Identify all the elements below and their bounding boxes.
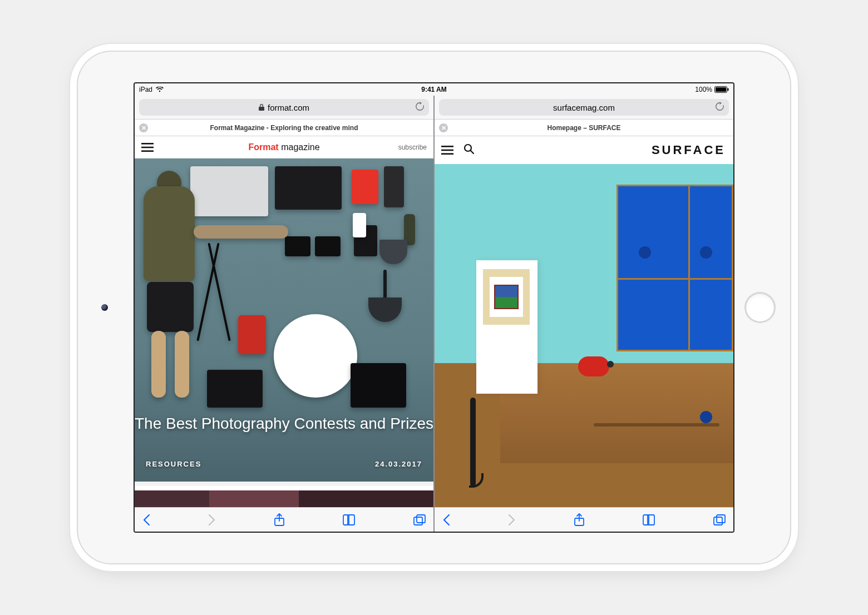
clock: 9:41 AM [421, 86, 447, 93]
brand-word-2: magazine [281, 142, 319, 152]
address-bar-row: format.com [135, 96, 433, 120]
svg-rect-11 [441, 153, 453, 155]
svg-rect-4 [141, 146, 154, 148]
next-article-peek[interactable] [135, 482, 433, 507]
tabs-button[interactable] [413, 514, 426, 525]
toolbar-left [135, 507, 433, 532]
home-button[interactable] [744, 292, 776, 323]
hero-article[interactable]: The Best Photography Contests and Prizes… [135, 158, 433, 482]
lock-icon [259, 104, 264, 111]
forward-button[interactable] [508, 514, 516, 526]
svg-rect-10 [441, 150, 453, 151]
hero-date: 24.03.2017 [375, 460, 422, 468]
site-brand-format[interactable]: Format magazine [248, 142, 319, 152]
close-pane-button[interactable]: ✕ [439, 123, 448, 132]
status-bar: iPad 9:41 AM 100% [135, 83, 733, 96]
hero-image-interior[interactable] [435, 164, 733, 507]
page-title: Format Magazine - Exploring the creative… [210, 124, 358, 132]
hero-category: RESOURCES [146, 460, 201, 468]
address-bar[interactable]: format.com [139, 99, 429, 116]
svg-rect-14 [714, 517, 722, 525]
site-brand-surface[interactable]: SURFACE [652, 143, 726, 157]
hamburger-icon[interactable] [141, 143, 154, 152]
hero-title: The Best Photography Contests and Prizes [135, 414, 433, 434]
wifi-icon [156, 87, 164, 92]
url-text: surfacemag.com [553, 103, 615, 112]
brand-word-1: Format [248, 142, 278, 152]
site-header-surface: SURFACE [435, 136, 733, 164]
svg-rect-5 [141, 150, 154, 152]
back-button[interactable] [442, 514, 450, 526]
page-title-row: ✕ Format Magazine - Exploring the creati… [135, 120, 433, 136]
svg-rect-9 [441, 146, 453, 147]
screen: iPad 9:41 AM 100% [134, 82, 734, 533]
subscribe-link[interactable]: subscribe [398, 143, 427, 151]
front-camera [101, 304, 108, 311]
tabs-button[interactable] [713, 514, 726, 525]
reload-icon[interactable] [715, 102, 724, 113]
forward-button[interactable] [208, 514, 216, 526]
battery-icon [714, 86, 729, 93]
ipad-device-frame: iPad 9:41 AM 100% [78, 52, 790, 563]
reload-icon[interactable] [415, 102, 425, 113]
bookmarks-button[interactable] [342, 514, 356, 525]
back-button[interactable] [142, 514, 150, 526]
hamburger-icon[interactable] [441, 146, 453, 155]
page-title-row: ✕ Homepage – SURFACE [435, 120, 733, 136]
pane-right: surfacemag.com ✕ Homepage – SURFACE [433, 96, 733, 532]
share-button[interactable] [274, 513, 285, 527]
bookmarks-button[interactable] [642, 514, 655, 525]
svg-rect-1 [716, 87, 726, 92]
svg-point-12 [465, 145, 471, 151]
carrier-label: iPad [139, 86, 152, 93]
close-pane-button[interactable]: ✕ [139, 123, 148, 132]
page-content-left: Format magazine subscribe [135, 136, 433, 507]
svg-rect-7 [414, 517, 422, 525]
svg-rect-3 [141, 143, 154, 145]
site-header-format: Format magazine subscribe [135, 136, 433, 158]
battery-label: 100% [695, 86, 712, 93]
page-title: Homepage – SURFACE [547, 124, 620, 132]
address-bar[interactable]: surfacemag.com [439, 99, 729, 116]
svg-rect-2 [728, 88, 729, 91]
svg-rect-8 [417, 515, 425, 523]
toolbar-right [435, 507, 733, 532]
svg-rect-15 [717, 515, 725, 523]
url-text: format.com [268, 103, 309, 112]
share-button[interactable] [574, 513, 585, 527]
page-content-right: SURFACE [435, 136, 733, 507]
safari-split-view: format.com ✕ Format Magazine - Exploring… [135, 96, 733, 532]
search-icon[interactable] [463, 143, 475, 157]
pane-left: format.com ✕ Format Magazine - Exploring… [135, 96, 433, 532]
address-bar-row: surfacemag.com [435, 96, 733, 120]
